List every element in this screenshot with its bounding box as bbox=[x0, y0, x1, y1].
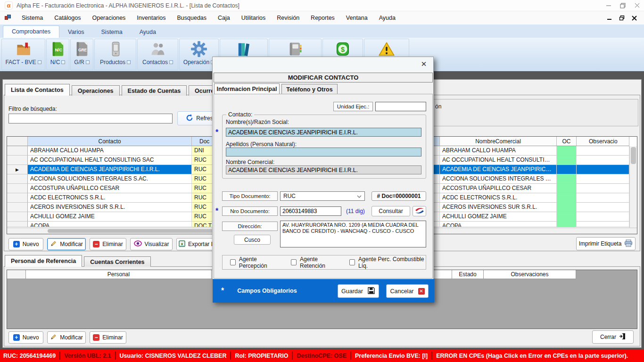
header-nombre-comercial[interactable]: NombreComercial bbox=[440, 137, 557, 146]
cell-observaciones[interactable] bbox=[577, 184, 629, 193]
toolbar-button-contactos[interactable]: Contactos bbox=[137, 39, 178, 70]
mdi-close-icon[interactable] bbox=[629, 14, 639, 22]
cell-nombre-comercial[interactable]: ACCIONA SOLUCIONES INTEGRALES S.AC. bbox=[440, 174, 557, 184]
menu-item-ayuda[interactable]: Ayuda bbox=[373, 11, 401, 25]
cell-observaciones[interactable] bbox=[577, 174, 629, 184]
menu-item-inventarios[interactable]: Inventarios bbox=[131, 11, 171, 25]
modificar-button[interactable]: Modificar bbox=[47, 238, 86, 250]
menu-item-ventana[interactable]: Ventana bbox=[340, 11, 373, 25]
cell-contacto[interactable]: ABRAHAM CALLO HUAMPA bbox=[28, 146, 192, 156]
cerrar-button[interactable]: Cerrar bbox=[592, 330, 634, 344]
cell-nombre-comercial[interactable]: ACEROS INVERSIONES SUR S.R.L. bbox=[440, 203, 557, 212]
header-oc[interactable]: OC bbox=[557, 137, 577, 146]
nombre-comercial-input[interactable] bbox=[226, 165, 421, 174]
personal-header-personal[interactable]: Personal bbox=[26, 270, 212, 279]
menu-item-utilitarios[interactable]: Utilitarios bbox=[236, 11, 271, 25]
row-selector-cell[interactable] bbox=[7, 203, 28, 212]
cancelar-button[interactable]: Cancelar✕ bbox=[386, 284, 429, 298]
restore-icon[interactable] bbox=[616, 0, 630, 11]
cell-nombre-comercial[interactable]: ACCOSTUPA UÑAPILLCO CESAR bbox=[440, 184, 557, 193]
sunat-lookup-button[interactable] bbox=[413, 206, 426, 216]
row-selector-cell[interactable] bbox=[7, 184, 28, 193]
ciudad-button[interactable]: Cusco bbox=[234, 235, 271, 245]
cell-nombre-comercial[interactable]: ACDC ELECTRONICS S.R.L. bbox=[440, 193, 557, 203]
cell-oc[interactable] bbox=[557, 184, 577, 193]
row-selector-cell[interactable] bbox=[7, 212, 28, 222]
row-selector-cell[interactable] bbox=[7, 146, 28, 156]
menu-item-catalogos[interactable]: Catálogos bbox=[49, 11, 86, 25]
cell-contacto[interactable]: ACOPA bbox=[28, 222, 192, 227]
sub-tab-cuentas-corrientes[interactable]: Cuentas Corrientes bbox=[84, 256, 150, 267]
nuevo-button[interactable]: +Nuevo bbox=[8, 238, 43, 250]
eliminar-button[interactable]: −Eliminar bbox=[90, 238, 126, 250]
checkbox-agente-retencion[interactable] bbox=[291, 259, 297, 265]
page-tab-operaciones[interactable]: Operaciones bbox=[72, 85, 120, 96]
cell-nombre-comercial[interactable]: ABRAHAM CALLO HUAMPA bbox=[440, 146, 557, 156]
checkbox-agente-percepcion[interactable] bbox=[230, 259, 236, 265]
visualizar-button[interactable]: Visualizar bbox=[130, 238, 173, 250]
cell-oc[interactable] bbox=[557, 174, 577, 184]
menu-item-revision[interactable]: Revisión bbox=[271, 11, 305, 25]
consultar-button[interactable]: Consultar bbox=[372, 206, 410, 216]
menu-item-operaciones[interactable]: Operaciones bbox=[86, 11, 131, 25]
page-tab-estado-de-cuentas[interactable]: Estado de Cuentas bbox=[122, 85, 187, 96]
tab-informacion-principal[interactable]: Informacion Principal bbox=[214, 83, 280, 94]
mdi-minimize-icon[interactable] bbox=[604, 14, 615, 22]
menu-item-sistema[interactable]: Sistema bbox=[16, 11, 49, 25]
cell-nombre-comercial[interactable]: AC OCCUPATIONAL HEALT CONSULTING SAC bbox=[440, 156, 557, 165]
header-contacto[interactable]: Contacto bbox=[28, 137, 192, 146]
cell-nombre-comercial[interactable]: ACHULLI GOMEZ JAIME bbox=[440, 212, 557, 222]
personal-eliminar-button[interactable]: −Eliminar bbox=[90, 331, 126, 344]
row-selector-cell[interactable]: ▶ bbox=[7, 165, 28, 174]
ribbon-tab-sistema[interactable]: Sistema bbox=[93, 26, 131, 38]
row-selector-cell[interactable] bbox=[7, 193, 28, 203]
cell-contacto[interactable]: ACEROS INVERSIONES SUR S.R.L. bbox=[28, 203, 192, 212]
dialog-close-icon[interactable]: ✕ bbox=[419, 59, 429, 69]
page-tab-lista-de-contactos[interactable]: Lista de Contactos bbox=[5, 84, 70, 96]
cell-oc[interactable] bbox=[557, 165, 577, 174]
header-observaciones[interactable]: Observacio bbox=[577, 137, 629, 146]
row-selector-cell[interactable] bbox=[7, 156, 28, 165]
cell-contacto[interactable]: AC OCCUPATIONAL HEALT CONSULTING SAC bbox=[28, 156, 192, 165]
cell-observaciones[interactable] bbox=[577, 212, 629, 222]
minimize-icon[interactable] bbox=[602, 0, 616, 11]
cell-contacto[interactable]: ACHULLI GOMEZ JAIME bbox=[28, 212, 192, 222]
vertical-scrollbar-thumb[interactable] bbox=[631, 147, 636, 164]
checkbox-agente-perc-combustible-liq[interactable] bbox=[349, 259, 355, 265]
cell-nombre-comercial[interactable]: ACADEMIA DE CIENCIAS JEANPIPIRICHI E.I.R… bbox=[440, 165, 557, 174]
row-selector-cell[interactable] bbox=[7, 222, 28, 227]
cell-observaciones[interactable] bbox=[577, 146, 629, 156]
mdi-restore-icon[interactable] bbox=[617, 14, 627, 22]
cell-contacto[interactable]: ACCIONA SOLUCIONES INTEGRALES S.AC. bbox=[28, 174, 192, 184]
cell-contacto[interactable]: ACDC ELECTRONICS S.R.L. bbox=[28, 193, 192, 203]
toolbar-button-g-r[interactable]: GREG/R bbox=[70, 39, 93, 70]
personal-nuevo-button[interactable]: +Nuevo bbox=[8, 331, 43, 344]
close-icon[interactable] bbox=[630, 0, 644, 11]
cell-contacto[interactable]: ACADEMIA DE CIENCIAS JEANPIPIRICHI E.I.R… bbox=[28, 165, 192, 174]
cell-oc[interactable] bbox=[557, 193, 577, 203]
cell-oc[interactable] bbox=[557, 146, 577, 156]
sub-tab-personal-de-referencia[interactable]: Personal de Referencia bbox=[5, 255, 82, 267]
apellidos-input[interactable] bbox=[226, 148, 421, 156]
cell-observaciones[interactable] bbox=[577, 222, 629, 227]
row-selector-cell[interactable] bbox=[7, 174, 28, 184]
tipo-documento-select[interactable]: RUC bbox=[280, 191, 365, 201]
ribbon-tab-varios[interactable]: Varios bbox=[59, 26, 93, 38]
tab-telefono-y-otros[interactable]: Teléfono y Otros bbox=[281, 84, 338, 94]
direccion-textarea[interactable]: AV. HUAYRUROPATA NRO. 1209 (A MEDIA CUAD… bbox=[280, 221, 426, 247]
cell-observaciones[interactable] bbox=[577, 165, 629, 174]
cell-observaciones[interactable] bbox=[577, 193, 629, 203]
nombre-razon-input[interactable] bbox=[226, 128, 421, 137]
menu-item-caja[interactable]: Caja bbox=[212, 11, 236, 25]
cell-contacto[interactable]: ACCOSTUPA UÑAPILLCO CESAR bbox=[28, 184, 192, 193]
cell-oc[interactable] bbox=[557, 222, 577, 227]
guardar-button[interactable]: Guardar bbox=[338, 284, 379, 298]
personal-modificar-button[interactable]: Modificar bbox=[47, 331, 86, 344]
cell-oc[interactable] bbox=[557, 156, 577, 165]
toolbar-button-fact-bve[interactable]: FACT - BVE bbox=[1, 39, 45, 70]
cell-observaciones[interactable] bbox=[577, 156, 629, 165]
imprimir-etiqueta-button[interactable]: Imprimir Etiqueta bbox=[576, 237, 636, 250]
ribbon-tab-ayuda[interactable]: Ayuda bbox=[131, 26, 165, 38]
cell-oc[interactable] bbox=[557, 203, 577, 212]
toolbar-button-n-c[interactable]: N/CN/C bbox=[46, 39, 69, 70]
